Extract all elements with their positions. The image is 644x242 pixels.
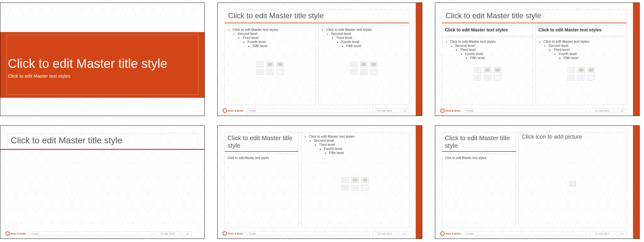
title-text: Click to edit Master title style: [446, 11, 623, 20]
brand-text: Nuts & Bolts: [228, 109, 243, 112]
smartart-icon[interactable]: [277, 62, 284, 67]
brand-text: Nuts & Bolts: [446, 109, 461, 112]
footer-page[interactable]: | #: [400, 231, 409, 236]
smartart-icon[interactable]: [494, 67, 501, 73]
content-right[interactable]: Click to edit Master text styles Second …: [318, 25, 409, 105]
footer-text[interactable]: Footer: [247, 108, 369, 113]
chart-icon[interactable]: [484, 67, 491, 73]
picture-icon[interactable]: [474, 75, 481, 80]
caption-title-text: Click to edit Master title style: [227, 134, 296, 149]
online-picture-icon[interactable]: [352, 185, 358, 190]
smartart-icon[interactable]: [362, 177, 369, 183]
footer-page[interactable]: | #: [182, 231, 192, 236]
footer-page-text: | #: [621, 109, 624, 112]
footer-date[interactable]: 19 July 2019: [372, 108, 397, 113]
footer-page[interactable]: | #: [400, 108, 409, 113]
content-icons[interactable]: [341, 177, 369, 190]
footer-date-text: 19 July 2019: [595, 232, 609, 235]
online-picture-icon[interactable]: [484, 75, 491, 80]
title-placeholder[interactable]: Click to edit Master title style: [225, 9, 409, 23]
section-title-placeholder[interactable]: Click to edit Master title style: [7, 133, 197, 148]
smartart-icon[interactable]: [370, 62, 377, 67]
table-icon[interactable]: [350, 62, 357, 67]
footer-date[interactable]: 19 July 2019: [372, 231, 397, 236]
content-icons[interactable]: [474, 67, 501, 80]
picture-icon[interactable]: [350, 69, 357, 75]
footer-text[interactable]: Footer: [465, 108, 587, 113]
content-left[interactable]: Click to edit Master text styles Second …: [442, 37, 533, 105]
picture-icon[interactable]: [257, 69, 264, 75]
slide-layout-title[interactable]: Click to edit Master title style Click t…: [0, 3, 205, 116]
content-icons[interactable]: [350, 62, 377, 75]
table-icon[interactable]: [341, 177, 348, 183]
chart-icon[interactable]: [360, 62, 367, 67]
footer-date[interactable]: 19 July 2019: [590, 108, 615, 113]
footer: Nuts & Bolts Footer 19 July 2019 | #: [5, 230, 192, 237]
accent-underline: [0, 149, 204, 150]
title-text: Click to edit Master title style: [228, 11, 406, 20]
footer-text[interactable]: Footer: [465, 231, 587, 236]
bullet-l5: Fifth level: [346, 44, 361, 48]
slide-layout-picture-caption[interactable]: Click to edit Master title style Click t…: [435, 125, 640, 239]
content-icons[interactable]: [257, 62, 284, 75]
smartart-icon[interactable]: [588, 67, 595, 73]
caption-title[interactable]: Click to edit Master title style: [225, 132, 298, 152]
table-icon[interactable]: [474, 67, 481, 73]
video-icon[interactable]: [277, 69, 284, 75]
content-right[interactable]: Click to edit Master text styles Second …: [536, 37, 627, 105]
footer-page[interactable]: | #: [617, 231, 627, 236]
table-icon[interactable]: [257, 62, 264, 67]
footer-date[interactable]: 19 July 2019: [590, 231, 615, 236]
caption-text[interactable]: Click to edit Master text styles: [442, 154, 516, 228]
columns: Click to edit Master title style Click t…: [442, 132, 627, 228]
brand-logo: Nuts & Bolts: [440, 231, 462, 236]
video-icon[interactable]: [370, 69, 377, 75]
slide-layout-content-caption[interactable]: Click to edit Master title style Click t…: [217, 125, 422, 239]
footer-label: Footer: [466, 109, 474, 112]
heading-left[interactable]: Click to edit Master text styles: [442, 25, 533, 36]
online-picture-icon[interactable]: [578, 75, 585, 80]
heading-text: Click to edit Master text styles: [445, 27, 530, 32]
video-icon[interactable]: [588, 75, 595, 80]
caption-text[interactable]: Click to edit Master text styles: [225, 154, 298, 228]
picture-icon[interactable]: [569, 181, 576, 186]
brand-logo: Nuts & Bolts: [440, 108, 462, 113]
caption-title[interactable]: Click to edit Master title style: [442, 132, 516, 152]
bullet-l1: Click to edit Master text styles: [232, 28, 278, 31]
brand-text: Nuts & Bolts: [228, 232, 243, 235]
content-left[interactable]: Click to edit Master text styles Second …: [225, 25, 316, 105]
heading-right[interactable]: Click to edit Master text styles: [536, 25, 627, 36]
video-icon[interactable]: [494, 75, 501, 80]
slide-layout-section-header[interactable]: Click to edit Master title style Nuts & …: [0, 125, 205, 239]
caption-body: Click to edit Master text styles: [227, 156, 269, 160]
video-icon[interactable]: [362, 185, 369, 190]
content-area: Click to edit Master title style Click t…: [442, 9, 627, 105]
content-panel[interactable]: Click to edit Master text styles Second …: [301, 132, 409, 228]
content-icons[interactable]: [568, 67, 595, 80]
picture-placeholder[interactable]: Click icon to add picture: [519, 132, 627, 228]
table-icon[interactable]: [568, 67, 575, 73]
footer-date[interactable]: 19 July 2019: [155, 231, 180, 236]
title-placeholder[interactable]: Click to edit Master title style: [442, 9, 627, 23]
bullet-l5: Fifth level: [253, 44, 267, 48]
footer-date-text: 19 July 2019: [378, 232, 392, 235]
slide-layout-comparison[interactable]: Click to edit Master title style Click t…: [435, 3, 640, 116]
columns: Click to edit Master title style Click t…: [225, 132, 409, 228]
chart-icon[interactable]: [267, 62, 274, 67]
chart-icon[interactable]: [578, 67, 585, 73]
footer-text[interactable]: Footer: [30, 231, 152, 236]
bullet-l4: Fourth level: [465, 52, 483, 56]
content-area: Click to edit Master title style Click t…: [225, 132, 409, 228]
footer: Nuts & Bolts Footer 19 July 2019 | #: [440, 107, 627, 114]
picture-icon[interactable]: [568, 75, 575, 80]
online-picture-icon[interactable]: [267, 69, 274, 75]
footer-page[interactable]: | #: [617, 108, 627, 113]
footer: Nuts & Bolts Footer 19 July 2019 | #: [223, 107, 409, 114]
chart-icon[interactable]: [352, 177, 358, 183]
brand-text: Nuts & Bolts: [446, 232, 461, 235]
online-picture-icon[interactable]: [360, 69, 367, 75]
bullet-l1: Click to edit Master text styles: [450, 40, 496, 43]
picture-icon[interactable]: [341, 185, 348, 190]
slide-layout-two-content[interactable]: Click to edit Master title style Click t…: [217, 3, 422, 116]
footer-text[interactable]: Footer: [247, 231, 369, 236]
